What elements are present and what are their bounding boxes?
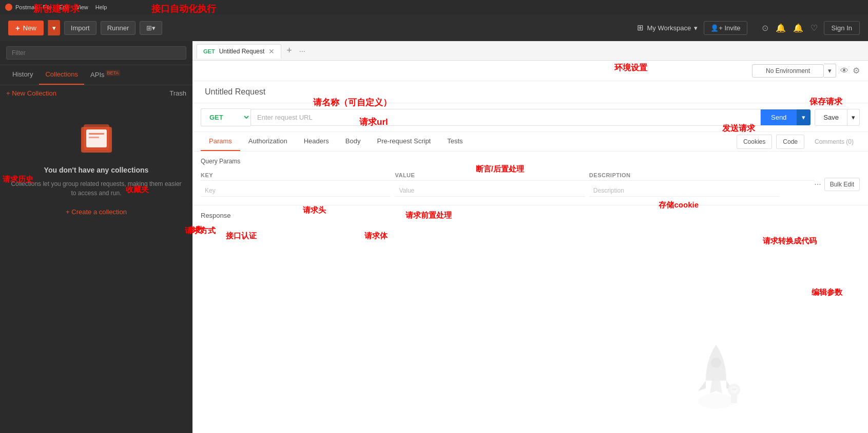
sidebar-empty-state: You don't have any collections Collectio… xyxy=(0,101,192,433)
req-tabs-right: Cookies Code Comments (0) xyxy=(737,135,860,149)
request-tab[interactable]: GET Untitled Request ✕ xyxy=(197,44,281,59)
invite-button[interactable]: 👤+ Invite xyxy=(704,21,747,35)
new-button[interactable]: + New xyxy=(8,21,44,35)
key-input[interactable] xyxy=(201,185,391,197)
method-select[interactable]: GET POST PUT DELETE PATCH xyxy=(201,108,250,126)
svg-point-5 xyxy=(698,393,734,409)
req-tab-body[interactable]: Body xyxy=(337,132,369,151)
params-row xyxy=(201,183,814,199)
tab-label: Untitled Request xyxy=(219,48,265,55)
environment-select[interactable]: No Environment xyxy=(752,64,824,78)
runner-button[interactable]: Runner xyxy=(101,21,136,35)
beta-badge: BETA xyxy=(106,70,121,76)
params-dots-button[interactable]: ··· xyxy=(814,180,821,189)
request-name-input[interactable] xyxy=(201,85,312,99)
environment-dropdown[interactable]: ▾ xyxy=(824,64,836,78)
search-icon[interactable]: ⊙ xyxy=(762,23,768,33)
send-button[interactable]: Send xyxy=(761,109,797,125)
workspace-area: ⊞ My Workspace ▾ 👤+ Invite ⊙ 🔔 🔔 ♡ Sign … xyxy=(637,21,860,35)
menu-help[interactable]: Help xyxy=(95,4,107,10)
desc-col-header: DESCRIPTION xyxy=(589,172,779,178)
sidebar-filter-area xyxy=(0,41,192,65)
svg-rect-2 xyxy=(86,129,107,147)
workspace-button[interactable]: ⊞ My Workspace ▾ xyxy=(637,23,698,32)
key-col-header: KEY xyxy=(201,172,391,178)
response-title: Response xyxy=(201,212,860,219)
menu-file[interactable]: File xyxy=(43,4,52,10)
create-collection-button[interactable]: + Create a collection xyxy=(66,208,127,216)
req-tab-prerequest[interactable]: Pre-request Script xyxy=(369,132,439,151)
comments-button[interactable]: Comments (0) xyxy=(808,135,860,149)
url-bar: GET POST PUT DELETE PATCH Send ▾ Save ▾ xyxy=(192,103,868,132)
main-content: GET Untitled Request ✕ + ··· No Environm… xyxy=(192,41,868,433)
main-layout: History Collections APIsBETA + New Colle… xyxy=(0,41,868,433)
svg-rect-8 xyxy=(731,395,737,403)
add-tab-button[interactable]: + xyxy=(283,45,295,56)
tab-close-icon[interactable]: ✕ xyxy=(268,47,275,55)
extra-button[interactable]: ⊞▾ xyxy=(140,21,162,35)
params-actions: ··· Bulk Edit xyxy=(814,178,860,191)
environment-bar: No Environment ▾ 👁 ⚙ xyxy=(192,61,868,81)
workspace-label: My Workspace xyxy=(647,24,691,32)
method-badge: GET xyxy=(203,48,215,54)
more-tabs-button[interactable]: ··· xyxy=(297,47,307,55)
svg-point-6 xyxy=(711,357,721,368)
invite-icon: 👤+ xyxy=(710,24,723,32)
signin-button[interactable]: Sign In xyxy=(824,21,860,35)
app-name: Postman xyxy=(15,4,37,10)
svg-rect-4 xyxy=(89,137,99,138)
sidebar-tab-apis[interactable]: APIsBETA xyxy=(84,65,126,85)
url-input[interactable] xyxy=(250,109,761,126)
import-button[interactable]: Import xyxy=(64,21,97,35)
save-dropdown[interactable]: ▾ xyxy=(847,109,860,126)
response-content xyxy=(201,223,860,427)
save-button[interactable]: Save xyxy=(815,109,847,126)
req-tab-params[interactable]: Params xyxy=(201,132,240,151)
menu-view[interactable]: View xyxy=(76,4,88,10)
svg-point-9 xyxy=(730,386,738,393)
value-col-header: VALUE xyxy=(395,172,585,178)
req-tab-headers[interactable]: Headers xyxy=(296,132,337,151)
heart-icon[interactable]: ♡ xyxy=(811,23,818,33)
query-params-section: Query Params KEY VALUE DESCRIPTION xyxy=(192,152,868,205)
filter-input[interactable] xyxy=(6,46,186,60)
rocket-illustration xyxy=(675,334,757,417)
new-label: New xyxy=(23,24,36,32)
req-tab-authorization[interactable]: Authorization xyxy=(240,132,296,151)
alert-icon[interactable]: 🔔 xyxy=(793,23,803,33)
description-input[interactable] xyxy=(589,185,779,197)
plus-icon: + xyxy=(15,24,20,32)
env-eye-icon[interactable]: 👁 xyxy=(840,66,848,76)
workspace-icon: ⊞ xyxy=(637,23,644,32)
env-gear-icon[interactable]: ⚙ xyxy=(853,66,860,76)
empty-title: You don't have any collections xyxy=(44,166,149,174)
value-input[interactable] xyxy=(395,185,585,197)
sidebar-actions: + New Collection Trash xyxy=(0,85,192,101)
bulk-edit-button[interactable]: Bulk Edit xyxy=(824,178,860,191)
svg-rect-3 xyxy=(89,133,104,135)
sidebar: History Collections APIsBETA + New Colle… xyxy=(0,41,192,433)
query-params-title: Query Params xyxy=(201,158,860,165)
request-name-bar xyxy=(192,81,868,103)
sidebar-tab-collections[interactable]: Collections xyxy=(39,65,84,85)
new-collection-button[interactable]: + New Collection xyxy=(6,89,56,97)
title-bar: Postman File Edit View Help xyxy=(0,0,868,14)
code-button[interactable]: Code xyxy=(776,135,804,149)
logo-icon xyxy=(5,4,12,11)
cookies-button[interactable]: Cookies xyxy=(737,135,772,149)
notification-icon[interactable]: 🔔 xyxy=(776,23,786,33)
toolbar: + New ▾ Import Runner ⊞▾ ⊞ My Workspace … xyxy=(0,14,868,41)
sidebar-tab-history[interactable]: History xyxy=(6,65,39,85)
svg-point-10 xyxy=(732,388,734,390)
env-selector-group: No Environment ▾ xyxy=(752,64,836,78)
menu-edit[interactable]: Edit xyxy=(59,4,69,10)
tab-bar: GET Untitled Request ✕ + ··· xyxy=(192,41,868,61)
req-tab-tests[interactable]: Tests xyxy=(439,132,471,151)
trash-button[interactable]: Trash xyxy=(169,89,186,97)
app-logo: Postman xyxy=(5,4,37,11)
empty-desc: Collections let you group related reques… xyxy=(10,179,182,198)
menu-bar: File Edit View Help xyxy=(43,4,107,10)
svg-point-11 xyxy=(734,388,736,390)
send-dropdown[interactable]: ▾ xyxy=(797,109,811,125)
new-dropdown-arrow[interactable]: ▾ xyxy=(48,20,60,35)
